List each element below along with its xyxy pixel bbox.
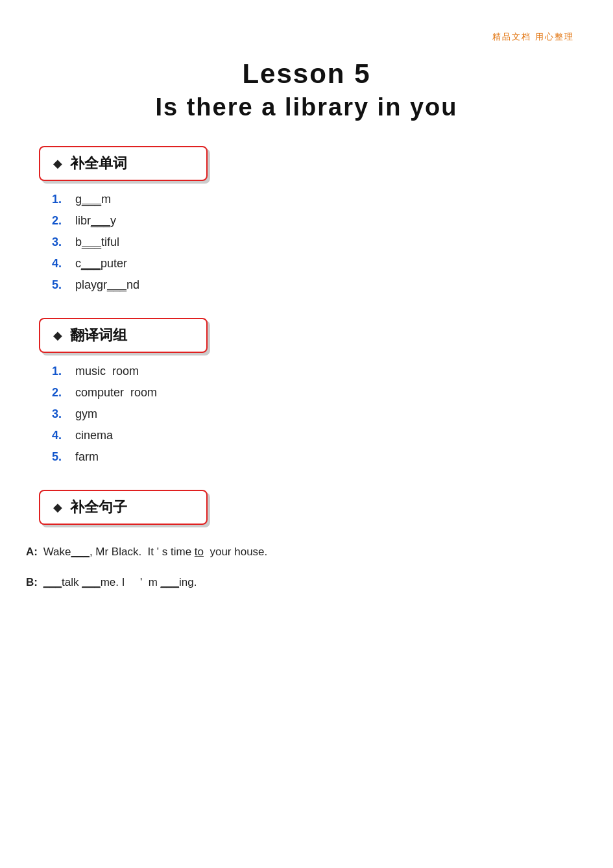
item-text: gym <box>75 407 97 421</box>
list-item: 1. music room <box>52 365 613 378</box>
item-num: 5. <box>52 450 70 464</box>
list-item: 4. c___puter <box>52 257 613 271</box>
diamond-icon3: ◆ <box>53 500 62 514</box>
item-num: 5. <box>52 278 70 292</box>
section1-list: 1. g___m 2. libr___y 3. b___tiful 4. c__… <box>52 193 613 292</box>
page-title-block: Lesson 5 Is there a library in you <box>0 58 613 121</box>
item-text: playgr___nd <box>75 278 139 292</box>
sentence-list: A: Wake___, Mr Black. It ' s time to you… <box>26 543 613 592</box>
section1-header: ◆ 补全单词 <box>39 146 208 181</box>
sentence-a: A: Wake___, Mr Black. It ' s time to you… <box>26 543 613 562</box>
section-vocab: ◆ 补全单词 1. g___m 2. libr___y 3. b___tiful… <box>0 128 613 292</box>
list-item: 2. libr___y <box>52 214 613 228</box>
section2-header: ◆ 翻译词组 <box>39 318 208 353</box>
item-text: music room <box>75 365 139 378</box>
item-text: b___tiful <box>75 235 119 249</box>
list-item: 5. playgr___nd <box>52 278 613 292</box>
list-item: 4. cinema <box>52 429 613 442</box>
item-text: g___m <box>75 193 111 206</box>
diamond-icon2: ◆ <box>53 328 62 343</box>
list-item: 3. b___tiful <box>52 235 613 249</box>
section1-title: 补全单词 <box>70 154 127 173</box>
item-num: 1. <box>52 365 70 378</box>
sentence-label-a: A: <box>26 546 38 558</box>
item-text: cinema <box>75 429 113 442</box>
section2-list: 1. music room 2. computer room 3. gym 4.… <box>52 365 613 464</box>
item-text: libr___y <box>75 214 116 228</box>
section2-title: 翻译词组 <box>70 326 127 345</box>
item-num: 2. <box>52 386 70 400</box>
item-text: c___puter <box>75 257 127 271</box>
item-text: computer room <box>75 386 157 400</box>
item-num: 1. <box>52 193 70 206</box>
item-num: 4. <box>52 429 70 442</box>
watermark: 精品文档 用心整理 <box>492 31 574 43</box>
section3-title: 补全句子 <box>70 498 127 517</box>
list-item: 3. gym <box>52 407 613 421</box>
list-item: 1. g___m <box>52 193 613 206</box>
sentence-b: B: ___talk ___me. I ' m ___ing. <box>26 573 613 592</box>
item-num: 3. <box>52 407 70 421</box>
list-item: 2. computer room <box>52 386 613 400</box>
list-item: 5. farm <box>52 450 613 464</box>
item-text: farm <box>75 450 99 464</box>
section-translate: ◆ 翻译词组 1. music room 2. computer room 3.… <box>0 300 613 464</box>
diamond-icon1: ◆ <box>53 156 62 171</box>
item-num: 4. <box>52 257 70 271</box>
item-num: 2. <box>52 214 70 228</box>
section3-header: ◆ 补全句子 <box>39 490 208 525</box>
lesson-title: Lesson 5 <box>0 58 613 90</box>
lesson-subtitle: Is there a library in you <box>0 93 613 121</box>
item-num: 3. <box>52 235 70 249</box>
section-sentences: ◆ 补全句子 A: Wake___, Mr Black. It ' s time… <box>0 472 613 592</box>
sentence-label-b: B: <box>26 576 38 588</box>
